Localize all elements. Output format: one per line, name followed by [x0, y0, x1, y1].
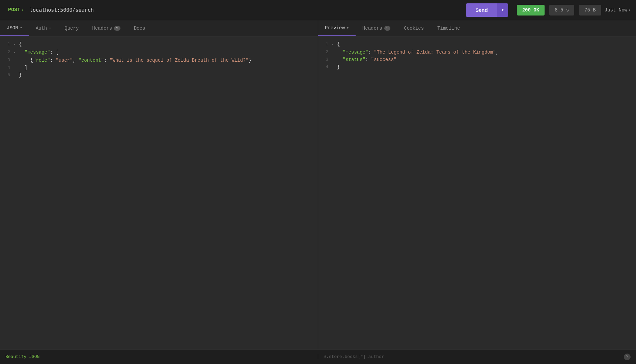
- line-number: 4: [318, 63, 332, 71]
- send-arrow-icon: ▾: [502, 8, 504, 12]
- line-content: "message": "The Legend of Zelda: Tears o…: [336, 49, 636, 56]
- line-arrow: [332, 63, 336, 64]
- line-content: {: [18, 40, 318, 48]
- line-content: {"role": "user", "content": "What is the…: [18, 57, 318, 64]
- top-bar: POST ▾ Send ▾ 200 OK 8.5 s 75 B Just Now…: [0, 0, 636, 20]
- tab-preview[interactable]: Preview ▾: [318, 20, 356, 36]
- line-content: ]: [18, 64, 318, 71]
- tab-query[interactable]: Query: [58, 20, 85, 36]
- line-arrow: [332, 56, 336, 57]
- line-arrow: ▾: [332, 40, 336, 49]
- status-badge: 200 OK: [517, 5, 545, 16]
- table-row: 5 }: [0, 71, 318, 79]
- line-number: 2: [0, 49, 13, 56]
- headers-badge: 2: [114, 26, 120, 31]
- footer: Beautify JSON $.store.books[*].author ?: [0, 349, 636, 364]
- table-row: 4 }: [318, 63, 636, 71]
- method-selector[interactable]: POST ▾: [5, 5, 26, 15]
- main-content: 1 ▾ { 2 ▾ "message": [ 3 {"role": "user"…: [0, 36, 636, 349]
- method-chevron-icon: ▾: [22, 8, 24, 12]
- tab-cookies[interactable]: Cookies: [397, 20, 431, 36]
- jsonpath-placeholder: $.store.books[*].author: [324, 354, 384, 359]
- table-row: 2 ▾ "message": [: [0, 49, 318, 57]
- tab-timeline[interactable]: Timeline: [431, 20, 467, 36]
- auth-tab-arrow: ▾: [49, 26, 51, 30]
- send-dropdown-button[interactable]: ▾: [497, 3, 508, 17]
- line-number: 1: [318, 40, 332, 48]
- table-row: 1 ▾ {: [318, 40, 636, 49]
- line-number: 5: [0, 71, 13, 79]
- line-arrow: [13, 57, 18, 57]
- method-label: POST: [8, 7, 20, 13]
- json-tab-arrow: ▾: [20, 26, 22, 30]
- url-input[interactable]: [30, 7, 463, 13]
- line-arrow: ▾: [13, 40, 18, 49]
- table-row: 3 "status": "success": [318, 56, 636, 63]
- line-content: }: [336, 63, 636, 71]
- response-time-badge: 8.5 s: [549, 5, 574, 16]
- left-tabs: JSON ▾ Auth ▾ Query Headers 2 Docs: [0, 20, 318, 36]
- line-number: 3: [0, 57, 13, 64]
- line-arrow: [13, 71, 18, 72]
- tab-response-headers[interactable]: Headers 5: [356, 20, 397, 36]
- table-row: 1 ▾ {: [0, 40, 318, 49]
- right-tabs: Preview ▾ Headers 5 Cookies Timeline: [318, 20, 636, 36]
- timestamp: Just Now ▾: [605, 7, 631, 13]
- tab-docs[interactable]: Docs: [127, 20, 152, 36]
- line-content: "status": "success": [336, 56, 636, 63]
- request-panel: 1 ▾ { 2 ▾ "message": [ 3 {"role": "user"…: [0, 36, 318, 349]
- line-arrow: [332, 49, 336, 49]
- response-headers-badge: 5: [384, 26, 391, 31]
- line-arrow: ▾: [13, 49, 18, 57]
- line-number: 3: [318, 56, 332, 63]
- line-number: 4: [0, 64, 13, 71]
- response-size-badge: 75 B: [579, 5, 601, 16]
- line-number: 2: [318, 49, 332, 56]
- request-editor[interactable]: 1 ▾ { 2 ▾ "message": [ 3 {"role": "user"…: [0, 36, 318, 349]
- tab-json[interactable]: JSON ▾: [0, 20, 29, 36]
- table-row: 4 ]: [0, 64, 318, 71]
- beautify-json-button[interactable]: Beautify JSON: [0, 354, 318, 359]
- send-button[interactable]: Send: [466, 3, 497, 17]
- line-content: "message": [: [18, 49, 318, 56]
- table-row: 2 "message": "The Legend of Zelda: Tears…: [318, 49, 636, 56]
- response-editor: 1 ▾ { 2 "message": "The Legend of Zelda:…: [318, 36, 636, 349]
- response-panel: 1 ▾ { 2 "message": "The Legend of Zelda:…: [318, 36, 636, 349]
- timestamp-chevron-icon: ▾: [629, 8, 631, 12]
- tabs-row: JSON ▾ Auth ▾ Query Headers 2 Docs Previ…: [0, 20, 636, 36]
- preview-tab-arrow: ▾: [347, 26, 349, 30]
- tab-headers[interactable]: Headers 2: [85, 20, 127, 36]
- line-content: {: [336, 40, 636, 48]
- line-arrow: [13, 64, 18, 65]
- footer-right: $.store.books[*].author ?: [318, 354, 636, 360]
- line-number: 1: [0, 40, 13, 48]
- line-content: }: [18, 71, 318, 79]
- help-icon[interactable]: ?: [624, 354, 631, 360]
- table-row: 3 {"role": "user", "content": "What is t…: [0, 57, 318, 64]
- tab-auth[interactable]: Auth ▾: [29, 20, 58, 36]
